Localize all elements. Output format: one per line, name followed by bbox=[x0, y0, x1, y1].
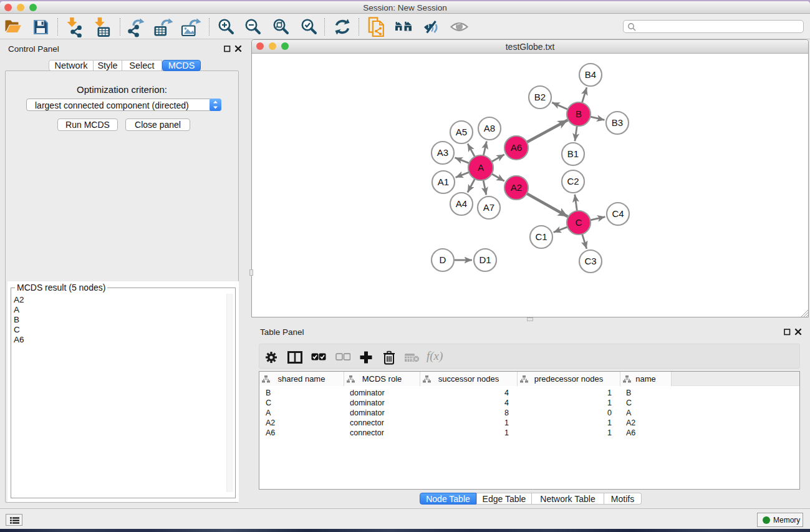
svg-text:B: B bbox=[576, 109, 582, 119]
svg-text:A2: A2 bbox=[511, 182, 522, 193]
svg-text:C: C bbox=[576, 217, 582, 228]
svg-text:A4: A4 bbox=[456, 198, 467, 209]
svg-text:C1: C1 bbox=[535, 231, 547, 242]
svg-text:B4: B4 bbox=[585, 69, 596, 80]
svg-text:A3: A3 bbox=[437, 147, 448, 158]
svg-text:C4: C4 bbox=[612, 208, 624, 219]
svg-text:B1: B1 bbox=[567, 148, 579, 159]
svg-text:A7: A7 bbox=[483, 202, 494, 213]
svg-text:B2: B2 bbox=[534, 92, 546, 102]
svg-text:C3: C3 bbox=[584, 256, 596, 266]
svg-text:A: A bbox=[478, 162, 484, 173]
svg-text:A8: A8 bbox=[484, 123, 495, 133]
svg-text:A1: A1 bbox=[438, 177, 449, 187]
svg-text:C2: C2 bbox=[567, 176, 579, 186]
svg-text:A6: A6 bbox=[511, 142, 522, 153]
svg-text:D1: D1 bbox=[479, 254, 491, 265]
svg-text:A5: A5 bbox=[456, 127, 467, 137]
svg-text:D: D bbox=[440, 254, 446, 265]
svg-text:B3: B3 bbox=[612, 117, 623, 128]
